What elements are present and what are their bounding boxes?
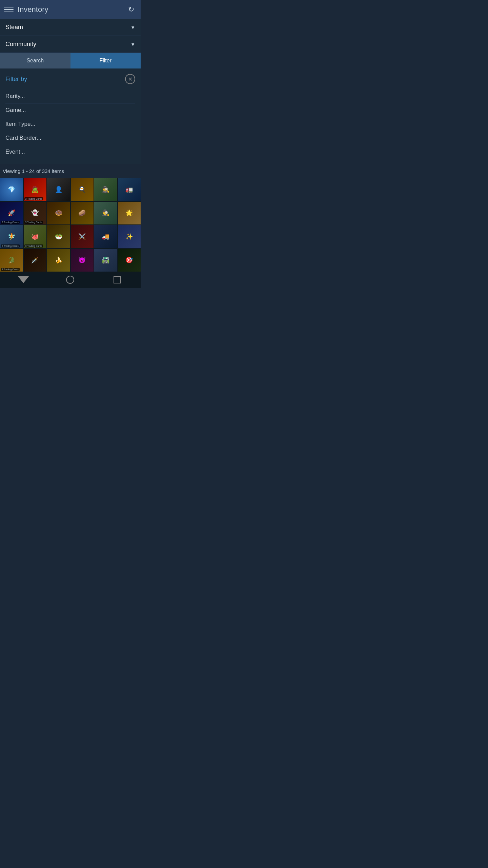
grid-item-17[interactable]: 🚚 xyxy=(94,225,117,248)
trading-badge: 3 Trading Cards xyxy=(1,221,20,224)
grid-item-1[interactable]: 💎 xyxy=(0,178,23,201)
grid-item-15[interactable]: 🥗 xyxy=(47,225,70,248)
back-button[interactable] xyxy=(13,273,34,287)
steam-arrow: ▼ xyxy=(130,25,135,30)
grid-item-3[interactable]: 👤 xyxy=(47,178,70,201)
grid-item-9[interactable]: 🍩 xyxy=(47,202,70,225)
filter-panel: Filter by ✕ Rarity... Game... Item Type.… xyxy=(0,68,141,164)
grid-item-22[interactable]: 😈 xyxy=(71,249,94,272)
game-thumbnail: 🍩 xyxy=(47,202,70,225)
inventory-grid: 💎 🧟 3 Trading Cards 👤 🍳 🕵️ 🚛 🚀 3 xyxy=(0,178,141,272)
game-thumbnail: 🚛 xyxy=(118,178,141,201)
trading-badge: 3 Trading Cards xyxy=(1,268,20,271)
steam-dropdown[interactable]: Steam ▼ xyxy=(0,19,141,36)
grid-item-13[interactable]: 🧚 3 Trading Cards xyxy=(0,225,23,248)
community-dropdown[interactable]: Community ▼ xyxy=(0,36,141,53)
game-thumbnail: 😈 xyxy=(71,249,94,272)
grid-item-14[interactable]: 🐙 3 Trading Cards xyxy=(24,225,47,248)
app-header: Inventory ↻ xyxy=(0,0,141,19)
game-thumbnail: 🍳 xyxy=(71,178,94,201)
game-thumbnail: 🕵️ xyxy=(94,202,117,225)
trading-badge: 3 Trading Cards xyxy=(1,244,20,248)
trading-badge: 3 Trading Cards xyxy=(24,221,43,224)
game-thumbnail: 🥗 xyxy=(47,225,70,248)
trading-badge: 3 Trading Cards xyxy=(24,197,43,200)
grid-item-16[interactable]: ⚔️ xyxy=(71,225,94,248)
game-thumbnail: 🚚 xyxy=(94,225,117,248)
grid-item-7[interactable]: 🚀 3 Trading Cards xyxy=(0,202,23,225)
grid-item-20[interactable]: 🗡️ xyxy=(24,249,47,272)
game-thumbnail: 🐙 3 Trading Cards xyxy=(24,225,47,248)
game-thumbnail: 🚀 3 Trading Cards xyxy=(0,202,23,225)
filter-item-type[interactable]: Item Type... xyxy=(5,117,135,131)
close-filter-button[interactable]: ✕ xyxy=(125,74,135,84)
filter-button[interactable]: Filter xyxy=(70,53,141,68)
game-thumbnail: 🧟 3 Trading Cards xyxy=(24,178,47,201)
page-title: Inventory xyxy=(18,5,126,14)
grid-item-2[interactable]: 🧟 3 Trading Cards xyxy=(24,178,47,201)
trading-badge: 3 Trading Cards xyxy=(24,244,43,248)
game-thumbnail: ⚔️ xyxy=(71,225,94,248)
game-thumbnail: 🍌 xyxy=(47,249,70,272)
grid-item-24[interactable]: 🎯 xyxy=(118,249,141,272)
game-thumbnail: 🐊 3 Trading Cards xyxy=(0,249,23,272)
home-button[interactable] xyxy=(60,273,80,287)
action-buttons: Search Filter xyxy=(0,53,141,68)
refresh-button[interactable]: ↻ xyxy=(126,4,137,15)
filter-game[interactable]: Game... xyxy=(5,103,135,117)
grid-item-5[interactable]: 🕵️ xyxy=(94,178,117,201)
game-thumbnail: 🌟 xyxy=(118,202,141,225)
filter-title: Filter by xyxy=(5,76,27,83)
bottom-navigation xyxy=(0,272,141,288)
game-thumbnail: 💎 xyxy=(0,178,23,201)
steam-label: Steam xyxy=(5,24,23,31)
game-thumbnail: 🧚 3 Trading Cards xyxy=(0,225,23,248)
grid-item-6[interactable]: 🚛 xyxy=(118,178,141,201)
game-thumbnail: 🛣️ xyxy=(94,249,117,272)
filter-card-border[interactable]: Card Border... xyxy=(5,131,135,145)
game-thumbnail: 🕵️ xyxy=(94,178,117,201)
game-thumbnail: ✨ xyxy=(118,225,141,248)
grid-item-4[interactable]: 🍳 xyxy=(71,178,94,201)
grid-item-11[interactable]: 🕵️ xyxy=(94,202,117,225)
grid-item-10[interactable]: 🥔 xyxy=(71,202,94,225)
grid-item-12[interactable]: 🌟 xyxy=(118,202,141,225)
filter-header: Filter by ✕ xyxy=(5,74,135,84)
recent-button[interactable] xyxy=(107,273,127,287)
grid-item-21[interactable]: 🍌 xyxy=(47,249,70,272)
filter-event[interactable]: Event... xyxy=(5,145,135,159)
menu-button[interactable] xyxy=(4,5,14,14)
viewing-info: Viewing 1 - 24 of 334 items xyxy=(0,164,141,178)
grid-item-18[interactable]: ✨ xyxy=(118,225,141,248)
game-thumbnail: 👻 3 Trading Cards xyxy=(24,202,47,225)
game-thumbnail: 👤 xyxy=(47,178,70,201)
community-label: Community xyxy=(5,41,36,48)
search-button[interactable]: Search xyxy=(0,53,70,68)
community-arrow: ▼ xyxy=(130,42,135,47)
grid-item-8[interactable]: 👻 3 Trading Cards xyxy=(24,202,47,225)
game-thumbnail: 🗡️ xyxy=(24,249,47,272)
game-thumbnail: 🥔 xyxy=(71,202,94,225)
filter-rarity[interactable]: Rarity... xyxy=(5,90,135,103)
grid-item-23[interactable]: 🛣️ xyxy=(94,249,117,272)
game-thumbnail: 🎯 xyxy=(118,249,141,272)
grid-item-19[interactable]: 🐊 3 Trading Cards xyxy=(0,249,23,272)
